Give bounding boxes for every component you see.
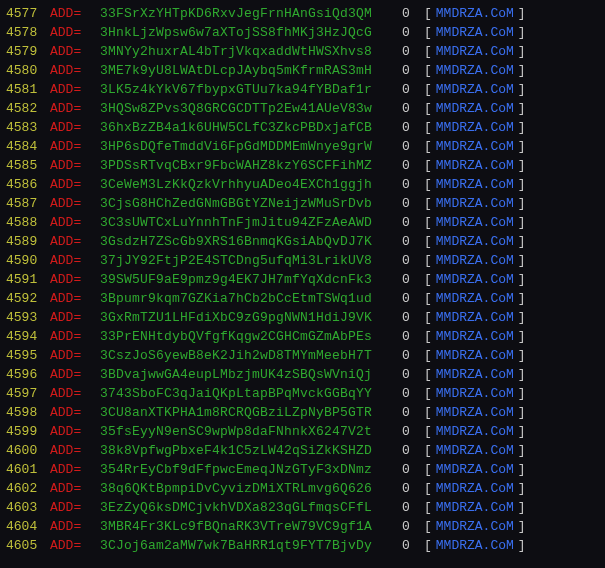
bracket-open: [ xyxy=(424,118,432,137)
bracket-open: [ xyxy=(424,23,432,42)
row-number: 4605 xyxy=(6,536,50,555)
address-hash: 3HnkLjzWpsw6w7aXTojSS8fhMKj3HzJQcG xyxy=(100,23,402,42)
address-hash: 38k8VpfwgPbxeF4k1C5zLW42qSiZkKSHZD xyxy=(100,441,402,460)
bracket-open: [ xyxy=(424,365,432,384)
row-number: 4594 xyxy=(6,327,50,346)
status-value: 0 xyxy=(402,156,424,175)
add-label: ADD= xyxy=(50,517,100,536)
domain-tag: MMDRZA.CoM xyxy=(432,99,518,118)
row-number: 4602 xyxy=(6,479,50,498)
address-hash: 3CJoj6am2aMW7wk7BaHRR1qt9FYT7BjvDy xyxy=(100,536,402,555)
address-hash: 3Bpumr9kqm7GZKia7hCb2bCcEtmTSWq1ud xyxy=(100,289,402,308)
row-number: 4589 xyxy=(6,232,50,251)
bracket-close: ] xyxy=(518,517,526,536)
row-number: 4577 xyxy=(6,4,50,23)
address-hash: 3EzZyQ6ksDMCjvkhVDXa823qGLfmqsCFfL xyxy=(100,498,402,517)
add-label: ADD= xyxy=(50,213,100,232)
bracket-open: [ xyxy=(424,384,432,403)
bracket-close: ] xyxy=(518,99,526,118)
bracket-open: [ xyxy=(424,61,432,80)
address-hash: 35fsEyyN9enSC9wpWp8daFNhnkX6247V2t xyxy=(100,422,402,441)
bracket-open: [ xyxy=(424,289,432,308)
address-hash: 3ME7k9yU8LWAtDLcpJAybq5mKfrmRAS3mH xyxy=(100,61,402,80)
row-number: 4593 xyxy=(6,308,50,327)
row-number: 4586 xyxy=(6,175,50,194)
address-hash: 354RrEyCbf9dFfpwcEmeqJNzGTyF3xDNmz xyxy=(100,460,402,479)
status-value: 0 xyxy=(402,289,424,308)
bracket-close: ] xyxy=(518,270,526,289)
add-label: ADD= xyxy=(50,118,100,137)
address-hash: 3743SboFC3qJaiQKpLtapBPqMvckGGBqYY xyxy=(100,384,402,403)
row-number: 4601 xyxy=(6,460,50,479)
bracket-close: ] xyxy=(518,308,526,327)
add-label: ADD= xyxy=(50,422,100,441)
address-hash: 3HP6sDQfeTmddVi6FpGdMDDMEmWnye9grW xyxy=(100,137,402,156)
add-label: ADD= xyxy=(50,441,100,460)
address-hash: 3CjsG8HChZedGNmGBGtYZNeijzWMuSrDvb xyxy=(100,194,402,213)
status-value: 0 xyxy=(402,479,424,498)
status-value: 0 xyxy=(402,251,424,270)
domain-tag: MMDRZA.CoM xyxy=(432,270,518,289)
status-value: 0 xyxy=(402,346,424,365)
add-label: ADD= xyxy=(50,403,100,422)
log-row: 4583ADD=36hxBzZB4a1k6UHW5CLfC3ZkcPBDxjaf… xyxy=(6,118,599,137)
status-value: 0 xyxy=(402,42,424,61)
status-value: 0 xyxy=(402,460,424,479)
bracket-close: ] xyxy=(518,365,526,384)
row-number: 4584 xyxy=(6,137,50,156)
bracket-close: ] xyxy=(518,384,526,403)
bracket-close: ] xyxy=(518,536,526,555)
address-hash: 37jJY92FtjP2E4STCDng5ufqMi3LrikUV8 xyxy=(100,251,402,270)
bracket-close: ] xyxy=(518,194,526,213)
domain-tag: MMDRZA.CoM xyxy=(432,118,518,137)
domain-tag: MMDRZA.CoM xyxy=(432,289,518,308)
add-label: ADD= xyxy=(50,536,100,555)
row-number: 4585 xyxy=(6,156,50,175)
add-label: ADD= xyxy=(50,4,100,23)
log-row: 4602ADD=38q6QKtBpmpiDvCyvizDMiXTRLmvg6Q6… xyxy=(6,479,599,498)
log-row: 4581ADD=3LK5z4kYkV67fbypxGTUu7ka94fYBDaf… xyxy=(6,80,599,99)
status-value: 0 xyxy=(402,99,424,118)
domain-tag: MMDRZA.CoM xyxy=(432,61,518,80)
status-value: 0 xyxy=(402,441,424,460)
bracket-open: [ xyxy=(424,460,432,479)
bracket-close: ] xyxy=(518,251,526,270)
domain-tag: MMDRZA.CoM xyxy=(432,213,518,232)
log-row: 4594ADD=33PrENHtdybQVfgfKqgw2CGHCmGZmAbP… xyxy=(6,327,599,346)
bracket-close: ] xyxy=(518,156,526,175)
bracket-open: [ xyxy=(424,346,432,365)
bracket-close: ] xyxy=(518,213,526,232)
status-value: 0 xyxy=(402,365,424,384)
status-value: 0 xyxy=(402,384,424,403)
status-value: 0 xyxy=(402,175,424,194)
domain-tag: MMDRZA.CoM xyxy=(432,327,518,346)
domain-tag: MMDRZA.CoM xyxy=(432,80,518,99)
address-hash: 3CszJoS6yewB8eK2Jih2wD8TMYmMeebH7T xyxy=(100,346,402,365)
bracket-open: [ xyxy=(424,479,432,498)
domain-tag: MMDRZA.CoM xyxy=(432,403,518,422)
status-value: 0 xyxy=(402,80,424,99)
status-value: 0 xyxy=(402,118,424,137)
log-row: 4592ADD=3Bpumr9kqm7GZKia7hCb2bCcEtmTSWq1… xyxy=(6,289,599,308)
row-number: 4581 xyxy=(6,80,50,99)
address-hash: 36hxBzZB4a1k6UHW5CLfC3ZkcPBDxjafCB xyxy=(100,118,402,137)
row-number: 4587 xyxy=(6,194,50,213)
domain-tag: MMDRZA.CoM xyxy=(432,175,518,194)
add-label: ADD= xyxy=(50,194,100,213)
bracket-open: [ xyxy=(424,517,432,536)
add-label: ADD= xyxy=(50,289,100,308)
domain-tag: MMDRZA.CoM xyxy=(432,460,518,479)
bracket-open: [ xyxy=(424,232,432,251)
domain-tag: MMDRZA.CoM xyxy=(432,137,518,156)
domain-tag: MMDRZA.CoM xyxy=(432,365,518,384)
bracket-open: [ xyxy=(424,441,432,460)
log-row: 4587ADD=3CjsG8HChZedGNmGBGtYZNeijzWMuSrD… xyxy=(6,194,599,213)
add-label: ADD= xyxy=(50,175,100,194)
bracket-close: ] xyxy=(518,479,526,498)
address-hash: 3HQSw8ZPvs3Q8GRCGCDTTp2Ew41AUeV83w xyxy=(100,99,402,118)
add-label: ADD= xyxy=(50,251,100,270)
row-number: 4578 xyxy=(6,23,50,42)
address-hash: 38q6QKtBpmpiDvCyvizDMiXTRLmvg6Q626 xyxy=(100,479,402,498)
log-row: 4580ADD=3ME7k9yU8LWAtDLcpJAybq5mKfrmRAS3… xyxy=(6,61,599,80)
bracket-close: ] xyxy=(518,460,526,479)
